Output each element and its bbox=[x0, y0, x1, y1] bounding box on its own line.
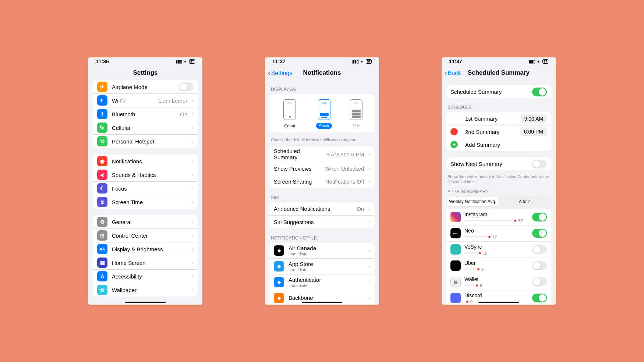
option-label: Stack bbox=[316, 123, 332, 129]
app-icon: ◆ bbox=[274, 293, 284, 303]
row-announce-notifications[interactable]: Announce NotificationsOn› bbox=[269, 202, 375, 215]
scheduled-summary-toggle[interactable] bbox=[532, 88, 547, 96]
display-option-list[interactable]: 9:41List bbox=[350, 99, 362, 129]
settings-row-accessibility[interactable]: ☆Accessibility› bbox=[93, 269, 198, 283]
settings-row-focus[interactable]: ☾Focus› bbox=[93, 181, 198, 195]
status-bar: 11:37 ▮▮▯ ᯤ 57 bbox=[265, 57, 379, 65]
home-indicator[interactable] bbox=[302, 302, 342, 303]
accessibility-icon: ☆ bbox=[97, 271, 107, 281]
app-toggle[interactable] bbox=[532, 245, 547, 254]
chevron-right-icon: › bbox=[192, 219, 194, 225]
app-toggle[interactable] bbox=[532, 229, 547, 238]
row-label: Scheduled Summary bbox=[274, 148, 322, 160]
app-icon bbox=[450, 293, 461, 303]
add-summary-row[interactable]: +Add Summary bbox=[446, 138, 551, 151]
chevron-right-icon: › bbox=[192, 97, 194, 103]
cellular-icon: ▮▮▯ bbox=[529, 59, 535, 64]
chevron-right-icon: › bbox=[192, 158, 194, 164]
row-label: Sounds & Haptics bbox=[112, 172, 187, 178]
app-toggle[interactable] bbox=[532, 261, 547, 270]
chevron-right-icon: › bbox=[192, 246, 194, 252]
scheduled-summary-toggle-group: Scheduled Summary bbox=[446, 85, 551, 98]
home-indicator[interactable] bbox=[478, 302, 519, 303]
settings-row-home-screen[interactable]: ▦Home Screen› bbox=[93, 256, 198, 269]
display-option-stack[interactable]: 9:41Stack bbox=[316, 99, 332, 129]
notification-style-group: ◆Air CanadaImmediate›◆App StoreImmediate… bbox=[269, 243, 375, 305]
chevron-right-icon: › bbox=[192, 138, 194, 144]
general-icon: ⚙ bbox=[97, 217, 107, 227]
settings-row-notifications[interactable]: ◉Notifications› bbox=[93, 155, 198, 168]
status-icons: ▮▮▯ ᯤ 57 bbox=[529, 59, 548, 64]
chevron-right-icon: › bbox=[192, 199, 194, 205]
segment-a-to-z[interactable]: A to Z bbox=[499, 197, 551, 206]
display-as-group: 9:41Count9:41Stack9:41List bbox=[269, 94, 375, 132]
sort-segmented-control[interactable]: Weekly Notification Avg.A to Z bbox=[446, 196, 551, 207]
notifications-icon: ◉ bbox=[97, 156, 107, 166]
row-siri-suggestions[interactable]: Siri Suggestions› bbox=[269, 215, 375, 228]
settings-row-screen-time[interactable]: ⧗Screen Time› bbox=[93, 195, 198, 209]
row-label: Focus bbox=[112, 185, 187, 192]
summary-label: 2nd Summary bbox=[465, 129, 516, 135]
row-label: Cellular bbox=[112, 125, 187, 131]
chevron-right-icon: › bbox=[368, 263, 370, 269]
show-next-toggle[interactable] bbox=[532, 160, 547, 168]
summary-row[interactable]: −2nd Summary6:00 PM bbox=[446, 125, 551, 138]
section-header-apps: Apps in Summary bbox=[442, 189, 556, 196]
settings-row-display-brightness[interactable]: AADisplay & Brightness› bbox=[93, 242, 198, 256]
back-button[interactable]: ‹ Back bbox=[445, 69, 461, 77]
chevron-left-icon: ‹ bbox=[445, 69, 447, 77]
show-next-footnote: Show the next summary in Notification Ce… bbox=[442, 172, 556, 189]
app-toggle[interactable] bbox=[532, 213, 547, 221]
row-label: Control Center bbox=[112, 233, 187, 239]
status-time: 11:37 bbox=[449, 58, 462, 64]
row-air-canada[interactable]: ◆Air CanadaImmediate› bbox=[269, 243, 375, 258]
display-option-count[interactable]: 9:41Count bbox=[282, 99, 298, 129]
app-toggle[interactable] bbox=[532, 294, 547, 302]
row-value: On bbox=[357, 206, 364, 212]
phone-notifications: 11:37 ▮▮▯ ᯤ 57 ‹ Settings Notifications … bbox=[265, 57, 379, 305]
app-count: 10 bbox=[483, 251, 487, 255]
segment-weekly-notification-avg-[interactable]: Weekly Notification Avg. bbox=[447, 197, 499, 206]
summary-time[interactable]: 6:00 PM bbox=[520, 127, 547, 136]
settings-row-cellular[interactable]: ⏧Cellular› bbox=[93, 121, 198, 134]
phone-scheduled-summary: 11:37 ▮▮▯ ᯤ 57 ‹ Back Scheduled Summary … bbox=[442, 57, 556, 305]
row-app-store[interactable]: ◆App StoreImmediate› bbox=[269, 258, 375, 274]
display-as-caption: Choose the default for how notifications… bbox=[265, 135, 379, 146]
row-show-previews[interactable]: Show PreviewsWhen Unlocked› bbox=[269, 162, 375, 175]
app-icon: ◆ bbox=[274, 245, 284, 256]
settings-row-airplane-mode[interactable]: ✈Airplane Mode bbox=[93, 80, 198, 93]
row-screen-sharing[interactable]: Screen SharingNotifications Off› bbox=[269, 175, 375, 188]
app-icon: ▤ bbox=[450, 277, 461, 287]
bluetooth-icon: ᛒ bbox=[97, 109, 107, 119]
row-label: Authenticator bbox=[289, 277, 364, 283]
home-indicator[interactable] bbox=[125, 302, 166, 303]
app-name: Wallet bbox=[464, 276, 528, 282]
settings-row-sounds-haptics[interactable]: ◀)Sounds & Haptics› bbox=[93, 168, 198, 181]
page-title: Settings bbox=[133, 69, 158, 77]
summary-time[interactable]: 9:00 AM bbox=[521, 114, 547, 123]
option-label: List bbox=[350, 123, 362, 129]
settings-row-control-center[interactable]: ⊟Control Center› bbox=[93, 228, 198, 242]
settings-row-wi-fi[interactable]: ᯤWi-FiLiam Lemur› bbox=[93, 93, 198, 107]
battery-icon: 57 bbox=[542, 59, 548, 64]
status-time: 11:36 bbox=[96, 58, 109, 64]
status-time: 11:37 bbox=[272, 58, 286, 64]
app-toggle[interactable] bbox=[532, 277, 547, 286]
airplane-mode-toggle[interactable] bbox=[179, 82, 194, 91]
mini-phone-preview: 9:41 bbox=[283, 99, 296, 120]
app-count: 37 bbox=[518, 219, 523, 223]
row-scheduled-summary[interactable]: Scheduled Summary9 AM and 6 PM› bbox=[269, 146, 375, 162]
row-value: Notifications Off bbox=[325, 178, 364, 185]
show-next-group: Show Next Summary bbox=[446, 157, 551, 170]
row-value: Liam Lemur bbox=[158, 97, 187, 104]
settings-row-general[interactable]: ⚙General› bbox=[93, 215, 198, 228]
delete-icon[interactable]: − bbox=[450, 128, 458, 135]
chevron-left-icon: ‹ bbox=[268, 69, 270, 77]
settings-row-bluetooth[interactable]: ᛒBluetoothOn› bbox=[93, 107, 198, 121]
back-button[interactable]: ‹ Settings bbox=[268, 69, 292, 77]
settings-row-personal-hotspot[interactable]: ⟲Personal Hotspot› bbox=[93, 134, 198, 148]
settings-row-wallpaper[interactable]: ✿Wallpaper› bbox=[93, 283, 198, 297]
summary-row[interactable]: 1st Summary9:00 AM bbox=[446, 112, 551, 125]
row-label: General bbox=[112, 219, 187, 225]
row-authenticator[interactable]: ◆AuthenticatorImmediate› bbox=[269, 274, 375, 290]
